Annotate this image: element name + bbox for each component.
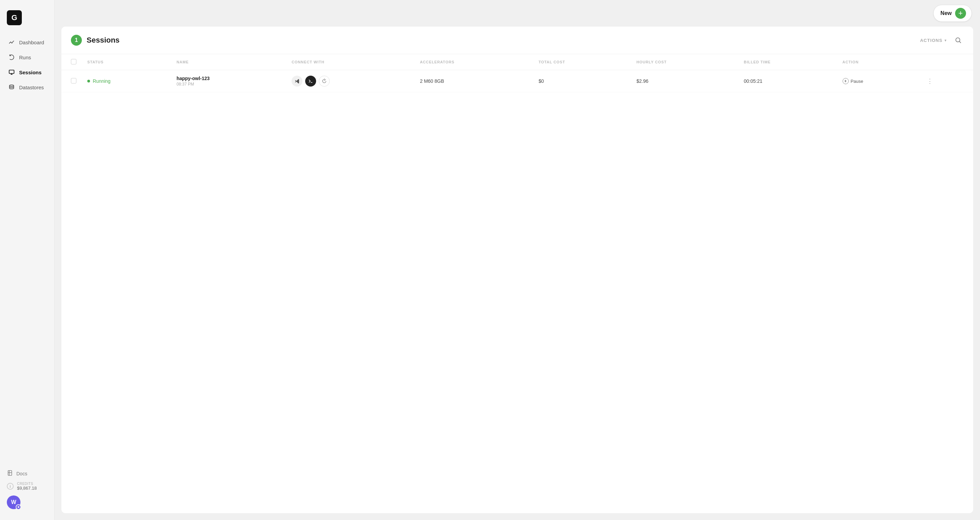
sidebar-item-sessions-label: Sessions <box>19 70 41 75</box>
pause-icon: ⏸ <box>843 78 849 84</box>
billed-time-value: 00:05:21 <box>744 78 762 84</box>
session-name: happy-owl-123 <box>177 76 281 81</box>
col-more <box>920 54 973 70</box>
row-checkbox[interactable] <box>71 78 76 84</box>
credits-area: ℹ CREDITS $9,867.18 <box>7 482 48 491</box>
avatar-star: ★ <box>16 504 21 510</box>
credits-info: CREDITS $9,867.18 <box>17 482 37 491</box>
actions-label: ACTIONS <box>920 38 942 43</box>
panel-header-actions: ACTIONS ▾ <box>920 35 964 46</box>
terminal-connect-button[interactable] <box>305 76 316 87</box>
col-checkbox <box>61 54 82 70</box>
new-button-label: New <box>940 10 952 16</box>
refresh-icon <box>8 54 15 61</box>
svg-point-4 <box>10 85 14 87</box>
session-time: 08:37 PM <box>177 82 281 87</box>
panel-header: 1 Sessions ACTIONS ▾ <box>61 27 973 54</box>
table-row: Running happy-owl-123 08:37 PM <box>61 70 973 92</box>
total-cost-cell: $0 <box>533 70 631 92</box>
total-cost-value: $0 <box>538 78 544 84</box>
logo-icon: G <box>7 10 22 25</box>
credits-icon: ℹ <box>7 483 14 490</box>
col-name: NAME <box>171 54 286 70</box>
sessions-table-container: STATUS NAME CONNECT WITH ACCELERATORS TO <box>61 54 973 513</box>
col-billed-time: BILLED TIME <box>738 54 837 70</box>
chart-icon <box>8 39 15 46</box>
vscode-connect-button[interactable] <box>291 76 302 87</box>
svg-rect-1 <box>9 70 14 74</box>
avatar[interactable]: W ★ <box>7 495 21 509</box>
sidebar-item-docs[interactable]: Docs <box>7 470 48 477</box>
main-content: New + 1 Sessions ACTIONS ▾ <box>54 0 980 520</box>
col-action: ACTION <box>837 54 920 70</box>
new-plus-icon: + <box>955 8 966 19</box>
connect-icons <box>291 76 409 87</box>
sidebar-nav: Dashboard Runs Sessions <box>0 35 54 466</box>
name-cell: happy-owl-123 08:37 PM <box>171 70 286 92</box>
sidebar-item-dashboard[interactable]: Dashboard <box>4 35 50 49</box>
status-text: Running <box>93 78 110 84</box>
monitor-icon <box>8 69 15 76</box>
top-bar: New + <box>54 0 980 27</box>
sidebar-item-datastores[interactable]: Datastores <box>4 81 50 94</box>
svg-rect-5 <box>8 471 12 476</box>
action-cell: ⏸ Pause <box>837 70 920 92</box>
col-hourly-cost: HOURLY COST <box>631 54 738 70</box>
sidebar: G Dashboard Runs <box>0 0 54 520</box>
status-indicator <box>87 80 90 82</box>
sidebar-item-dashboard-label: Dashboard <box>19 40 44 45</box>
sidebar-item-datastores-label: Datastores <box>19 84 44 90</box>
pause-button[interactable]: ⏸ Pause <box>843 78 915 84</box>
database-icon <box>8 84 15 90</box>
credits-label: CREDITS <box>17 482 37 485</box>
svg-point-8 <box>956 38 960 42</box>
col-total-cost: TOTAL COST <box>533 54 631 70</box>
sidebar-item-runs[interactable]: Runs <box>4 51 50 64</box>
sidebar-bottom: Docs ℹ CREDITS $9,867.18 W ★ <box>0 466 54 513</box>
status-cell: Running <box>82 70 171 92</box>
pause-label: Pause <box>851 79 863 84</box>
avatar-initials: W <box>11 499 16 505</box>
hourly-cost-cell: $2.96 <box>631 70 738 92</box>
more-options-button[interactable]: ⋮ <box>925 76 935 86</box>
svg-line-9 <box>959 41 961 43</box>
select-all-checkbox[interactable] <box>71 59 76 64</box>
sidebar-item-sessions[interactable]: Sessions <box>4 65 50 79</box>
col-status: STATUS <box>82 54 171 70</box>
sessions-table: STATUS NAME CONNECT WITH ACCELERATORS TO <box>61 54 973 92</box>
table-header-row: STATUS NAME CONNECT WITH ACCELERATORS TO <box>61 54 973 70</box>
docs-label: Docs <box>16 471 27 476</box>
col-accelerators: ACCELERATORS <box>414 54 533 70</box>
more-cell: ⋮ <box>920 70 973 92</box>
search-button[interactable] <box>953 35 964 46</box>
page-title: Sessions <box>87 36 120 44</box>
new-button[interactable]: New + <box>933 5 972 22</box>
doc-icon <box>7 470 13 477</box>
chevron-down-icon: ▾ <box>945 38 947 42</box>
hourly-cost-value: $2.96 <box>636 78 648 84</box>
content-panel: 1 Sessions ACTIONS ▾ <box>61 27 973 513</box>
panel-title-area: 1 Sessions <box>71 35 120 46</box>
sessions-count-badge: 1 <box>71 35 82 46</box>
refresh-connect-button[interactable] <box>319 76 330 87</box>
logo-area: G <box>0 7 54 35</box>
accelerators-cell: 2 M60 8GB <box>414 70 533 92</box>
accelerators-value: 2 M60 8GB <box>420 78 444 84</box>
row-checkbox-cell <box>61 70 82 92</box>
sidebar-item-runs-label: Runs <box>19 54 31 60</box>
billed-time-cell: 00:05:21 <box>738 70 837 92</box>
credits-value: $9,867.18 <box>17 485 37 491</box>
connect-with-cell <box>286 70 414 92</box>
actions-button[interactable]: ACTIONS ▾ <box>920 38 947 43</box>
col-connect-with: CONNECT WITH <box>286 54 414 70</box>
